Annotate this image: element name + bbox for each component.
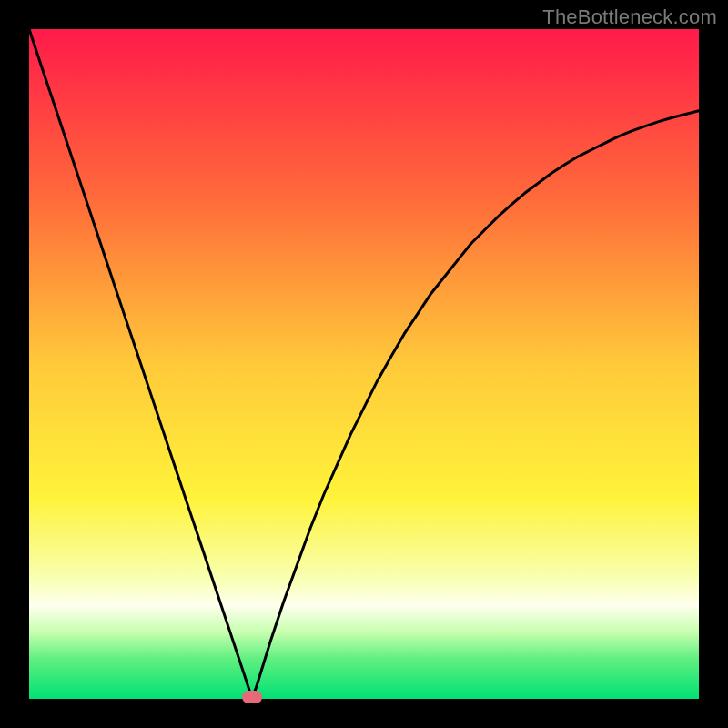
attribution-text: TheBottleneck.com [542, 5, 717, 29]
chart-container: { "attribution": "TheBottleneck.com", "c… [0, 0, 728, 728]
chart-svg [0, 0, 728, 728]
plot-background [29, 29, 699, 699]
minimum-marker [242, 691, 262, 703]
